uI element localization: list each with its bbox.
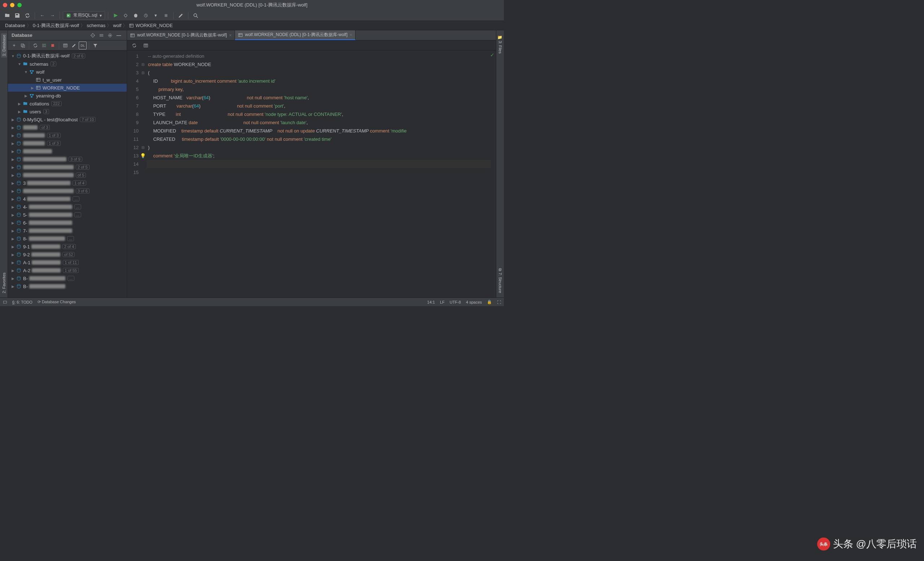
code-editor[interactable]: -- auto-generated definitioncreate table…: [147, 51, 491, 297]
rollback-icon[interactable]: [49, 42, 57, 50]
filter-icon[interactable]: [92, 42, 99, 50]
search-icon[interactable]: [191, 11, 200, 20]
tree-item[interactable]: ▶3 1 of 4: [8, 179, 127, 187]
status-rect-icon[interactable]: [3, 300, 7, 304]
tree-item[interactable]: ▼schemas2: [8, 60, 127, 68]
tree-item[interactable]: ▶7-: [8, 227, 127, 235]
status-cursor[interactable]: 14:1: [428, 300, 435, 304]
minimize-icon[interactable]: —: [114, 31, 123, 40]
status-todo[interactable]: 6: 6: TODO: [12, 300, 33, 304]
target-icon[interactable]: [88, 31, 97, 40]
data-view-icon[interactable]: [141, 41, 150, 50]
status-line-sep[interactable]: LF: [440, 300, 445, 304]
tree-item[interactable]: ▶9-2 of 52: [8, 250, 127, 258]
tree-item[interactable]: ▼0-1-腾讯云数据库-wolf2 of 6: [8, 52, 127, 60]
run-button[interactable]: [111, 11, 120, 20]
collapse-icon[interactable]: [97, 31, 106, 40]
fold-gutter[interactable]: ⊟⊟⊟: [141, 51, 147, 297]
minimize-window-button[interactable]: [10, 3, 14, 7]
tree-item[interactable]: ▶collations222: [8, 100, 127, 108]
settings-icon[interactable]: [177, 11, 185, 20]
svg-rect-19: [30, 94, 32, 96]
status-db-changes[interactable]: ⟳ Database Changes: [38, 300, 76, 304]
svg-point-43: [17, 285, 21, 286]
forward-icon[interactable]: →: [48, 11, 57, 20]
tree-item[interactable]: ▶B- ...: [8, 274, 127, 282]
editor-toolbar: [127, 40, 496, 51]
open-icon[interactable]: [3, 11, 12, 20]
add-icon[interactable]: +: [10, 42, 18, 50]
save-icon[interactable]: [13, 11, 22, 20]
tree-item[interactable]: ▶4 ...: [8, 195, 127, 203]
tree-item[interactable]: ▶1 of 3: [8, 140, 127, 147]
svg-rect-47: [4, 301, 7, 303]
crumb-3[interactable]: wolf: [113, 23, 121, 28]
close-tab-icon[interactable]: ×: [350, 33, 352, 38]
side-tab-files[interactable]: 📁 3: Files: [496, 33, 504, 55]
side-tab-favorites[interactable]: 2: Favorites: [1, 271, 7, 295]
run-config-dropdown[interactable]: 常用SQL.sql ▾: [63, 11, 105, 20]
svg-point-36: [17, 229, 21, 230]
status-indent[interactable]: 4 spaces: [466, 300, 482, 304]
crumb-2[interactable]: schemas: [87, 23, 105, 28]
crumb-0[interactable]: Database: [5, 23, 25, 28]
tree-item[interactable]: ▶: [8, 147, 127, 155]
crumb-1[interactable]: 0-1-腾讯云数据库-wolf: [33, 22, 80, 29]
svg-rect-3: [165, 14, 168, 17]
tree-item[interactable]: ▶6-: [8, 219, 127, 227]
tree-item[interactable]: ▶0-MySQL - test@localhost7 of 10: [8, 116, 127, 123]
tree-item[interactable]: ▶8- ...: [8, 235, 127, 243]
debug-button[interactable]: [121, 11, 130, 20]
svg-rect-45: [238, 33, 242, 36]
tree-item[interactable]: ▶2 of 5: [8, 163, 127, 171]
tree-item[interactable]: ▶B-: [8, 282, 127, 290]
side-tab-database[interactable]: 1: Database: [1, 33, 7, 57]
tree-item[interactable]: ▶3 of 6: [8, 187, 127, 195]
line-gutter[interactable]: 123456789101112131415: [127, 51, 141, 297]
maximize-window-button[interactable]: [17, 3, 22, 7]
editor-tab[interactable]: wolf.WORKER_NODE [0-1-腾讯云数据库-wolf]×: [127, 30, 235, 40]
tree-item[interactable]: ▶WORKER_NODE: [8, 84, 127, 92]
svg-point-28: [17, 165, 21, 167]
tree-item[interactable]: t_w_user: [8, 76, 127, 84]
refresh-ddl-icon[interactable]: [130, 41, 139, 50]
svg-point-27: [17, 158, 21, 159]
status-encoding[interactable]: UTF-8: [450, 300, 461, 304]
tree-item[interactable]: ▶1 of 3: [8, 131, 127, 140]
ddl-icon[interactable]: DL: [79, 42, 87, 50]
transaction-icon[interactable]: [40, 42, 48, 50]
back-icon[interactable]: ←: [38, 11, 46, 20]
lock-icon[interactable]: 🔒: [487, 300, 492, 304]
edit-icon[interactable]: [70, 42, 78, 50]
refresh-icon[interactable]: [32, 42, 39, 50]
tree-item[interactable]: ▶of 3: [8, 123, 127, 131]
profile-button[interactable]: [141, 11, 150, 20]
tree-item[interactable]: ▶A-2 1 of 55: [8, 266, 127, 274]
tree-item[interactable]: ▶A-1 1 of 11: [8, 258, 127, 266]
tree-item[interactable]: ▶5- ...: [8, 211, 127, 219]
tree-item[interactable]: ▶yearning-db: [8, 92, 127, 100]
sync-icon[interactable]: [23, 11, 32, 20]
svg-point-25: [17, 141, 21, 143]
run-coverage-button[interactable]: [131, 11, 140, 20]
tree-item[interactable]: ▶of 5: [8, 171, 127, 179]
close-tab-icon[interactable]: ×: [229, 33, 232, 38]
tree-item[interactable]: ▼wolf: [8, 68, 127, 76]
crumb-4[interactable]: WORKER_NODE: [135, 23, 172, 28]
gear-icon[interactable]: [106, 31, 114, 40]
duplicate-icon[interactable]: [19, 42, 27, 50]
tree-item[interactable]: ▶4- ...: [8, 203, 127, 211]
right-tool-strip: 📁 3: Files ⧉ 7: Structure: [496, 30, 504, 297]
tree-item[interactable]: ▶users3: [8, 108, 127, 116]
editor-tab[interactable]: wolf.WORKER_NODE (DDL) [0-1-腾讯云数据库-wolf]…: [235, 30, 356, 40]
tree-item[interactable]: ▶3 of 9: [8, 155, 127, 163]
stop-button[interactable]: [162, 11, 170, 20]
side-tab-structure[interactable]: ⧉ 7: Structure: [496, 267, 504, 295]
table-view-icon[interactable]: [62, 42, 69, 50]
memory-icon[interactable]: ⛶: [497, 300, 501, 304]
tree-item[interactable]: ▶9-1 2 of 4: [8, 243, 127, 250]
database-panel: Database — + DL ▼0-1-腾讯: [8, 30, 127, 297]
database-tree[interactable]: ▼0-1-腾讯云数据库-wolf2 of 6▼schemas2▼wolft_w_…: [8, 51, 127, 297]
close-window-button[interactable]: [3, 3, 7, 7]
attach-button[interactable]: ▾: [152, 11, 160, 20]
